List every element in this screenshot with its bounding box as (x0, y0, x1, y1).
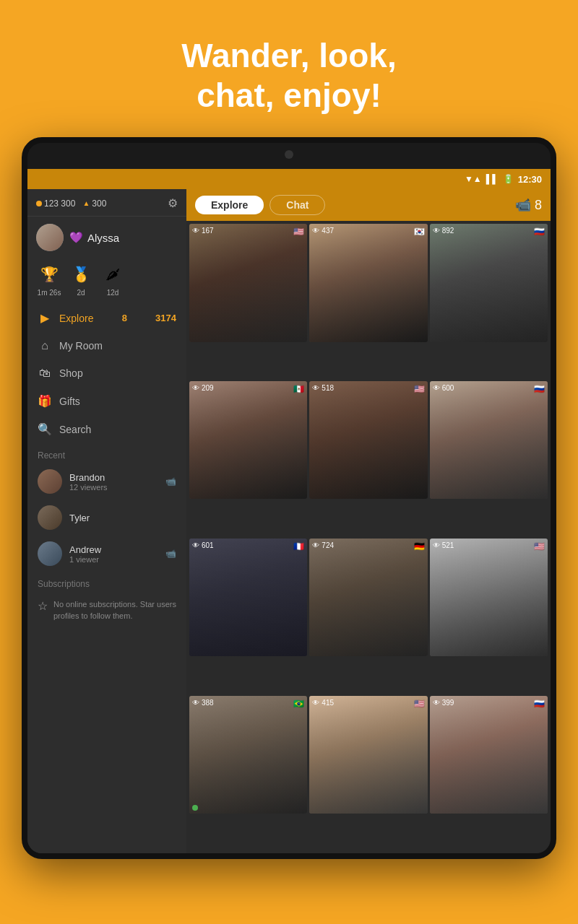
brandon-avatar (38, 469, 62, 494)
explore-count-full: 3174 (155, 313, 176, 323)
grid-item-1[interactable]: 👁167 🇺🇸 (189, 224, 307, 341)
video-count: 8 (535, 198, 542, 212)
nav-search[interactable]: 🔍 Search (27, 415, 186, 443)
user-profile: 💜 Alyssa (27, 217, 186, 258)
coins-row: 123 300 ▲ 300 (36, 199, 106, 209)
gifts-label: Gifts (59, 396, 80, 407)
heart-icon: 💜 (69, 231, 83, 244)
badge-pepper-label: 12d (107, 289, 119, 297)
shop-label: Shop (59, 367, 83, 379)
status-bar: ▼▲ ▌▌ 🔋 12:30 (27, 169, 551, 189)
subs-empty-text: No online subscriptions. Star users prof… (53, 599, 176, 622)
grid-item-10[interactable]: 👁388 🇧🇷 (189, 696, 307, 814)
home-icon: ⌂ (38, 339, 52, 352)
hero-title-line1: Wander, look, (181, 37, 396, 74)
bonus-item: ▲ 300 (82, 199, 106, 209)
brandon-video-icon: 📹 (165, 476, 176, 487)
badges-row: 🏆 1m 26s 🥇 2d 🌶 12d (27, 258, 186, 304)
tablet-screen: ▼▲ ▌▌ 🔋 12:30 123 300 ▲ (27, 169, 551, 853)
grid-item-9[interactable]: 👁521 🇺🇸 (430, 539, 548, 656)
bonus-value: 300 (92, 199, 106, 209)
explore-label: Explore (59, 313, 93, 324)
grid-item-4[interactable]: 👁209 🇲🇽 (189, 381, 307, 499)
andrew-viewers: 1 viewer (69, 555, 158, 564)
user-avatar[interactable] (36, 224, 64, 251)
coin-icon (36, 201, 42, 206)
nav-myroom[interactable]: ⌂ My Room (27, 332, 186, 359)
battery-icon: 🔋 (503, 174, 514, 184)
nav-explore[interactable]: ▶ Explore 8 3174 (27, 304, 186, 332)
username: 💜 Alyssa (69, 231, 119, 244)
badge-gold-label: 2d (77, 289, 85, 297)
andrew-video-icon: 📹 (165, 549, 176, 559)
badge-gold: 🥇 2d (68, 261, 94, 297)
explore-count: 8 (122, 313, 127, 323)
status-time: 12:30 (518, 174, 542, 185)
tyler-name: Tyler (69, 513, 176, 523)
tyler-avatar (38, 505, 62, 530)
recent-brandon[interactable]: Brandon 12 viewers 📹 (27, 463, 186, 500)
pepper-icon: 🌶 (100, 261, 126, 287)
badge-pepper: 🌶 12d (100, 261, 126, 297)
top-bar: Explore Chat 📹 8 (186, 189, 551, 221)
explore-icon: ▶ (38, 311, 52, 325)
coins-item: 123 300 (36, 199, 75, 209)
explore-grid: 👁167 🇺🇸 👁437 🇰🇷 👁892 🇷🇺 (186, 221, 551, 853)
grid-item-5[interactable]: 👁518 🇺🇸 (309, 381, 427, 499)
andrew-avatar (38, 541, 62, 566)
star-icon: ☆ (38, 599, 48, 613)
recent-label: Recent (27, 443, 186, 463)
tablet-device: ▼▲ ▌▌ 🔋 12:30 123 300 ▲ (22, 137, 556, 859)
grid-item-3[interactable]: 👁892 🇷🇺 (430, 224, 548, 341)
recent-tyler[interactable]: Tyler (27, 500, 186, 536)
subscriptions-section: ☆ No online subscriptions. Star users pr… (27, 592, 186, 629)
grid-item-11[interactable]: 👁415 🇺🇸 (309, 696, 427, 814)
wifi-icon: ▼▲ (465, 174, 482, 184)
badge-vip: 🏆 1m 26s (36, 261, 62, 297)
sidebar-header: 123 300 ▲ 300 ⚙ (27, 189, 186, 217)
hero-section: Wander, look, chat, enjoy! (167, 0, 410, 137)
tab-chat[interactable]: Chat (269, 195, 325, 215)
tyler-info: Tyler (69, 513, 176, 523)
online-indicator (192, 805, 198, 811)
main-area: 123 300 ▲ 300 ⚙ 💜 (27, 189, 551, 853)
recent-andrew[interactable]: Andrew 1 viewer 📹 (27, 536, 186, 572)
brandon-viewers: 12 viewers (69, 483, 158, 492)
gifts-icon: 🎁 (38, 394, 52, 408)
subscriptions-label: Subscriptions (27, 572, 186, 592)
shop-icon: 🛍 (38, 367, 52, 380)
hero-title-line2: chat, enjoy! (197, 77, 381, 114)
arrow-up-icon: ▲ (82, 199, 90, 207)
brandon-name: Brandon (69, 472, 158, 483)
nav-gifts[interactable]: 🎁 Gifts (27, 387, 186, 415)
video-call-button[interactable]: 📹 8 (515, 197, 542, 213)
search-icon: 🔍 (38, 422, 52, 436)
grid-item-12[interactable]: 👁399 🇷🇺 (430, 696, 548, 814)
grid-item-7[interactable]: 👁601 🇫🇷 (189, 539, 307, 656)
subs-empty: ☆ No online subscriptions. Star users pr… (38, 599, 176, 622)
myroom-label: My Room (59, 340, 103, 352)
brandon-info: Brandon 12 viewers (69, 472, 158, 492)
vip-icon: 🏆 (36, 261, 62, 287)
username-text: Alyssa (87, 232, 119, 244)
tab-explore[interactable]: Explore (195, 196, 264, 214)
tablet-camera (285, 150, 293, 159)
sidebar: 123 300 ▲ 300 ⚙ 💜 (27, 189, 186, 853)
content-area: Explore Chat 📹 8 👁167 🇺🇸 👁 (186, 189, 551, 853)
grid-item-6[interactable]: 👁600 🇷🇺 (430, 381, 548, 499)
search-label: Search (59, 424, 91, 435)
andrew-info: Andrew 1 viewer (69, 544, 158, 564)
gold-icon: 🥇 (68, 261, 94, 287)
grid-item-2[interactable]: 👁437 🇰🇷 (309, 224, 427, 341)
settings-button[interactable]: ⚙ (168, 196, 178, 210)
nav-shop[interactable]: 🛍 Shop (27, 359, 186, 387)
grid-item-8[interactable]: 👁724 🇩🇪 (309, 539, 427, 656)
signal-icon: ▌▌ (486, 174, 499, 184)
coins-value: 123 300 (44, 199, 75, 209)
andrew-name: Andrew (69, 544, 158, 555)
badge-vip-label: 1m 26s (38, 289, 61, 297)
